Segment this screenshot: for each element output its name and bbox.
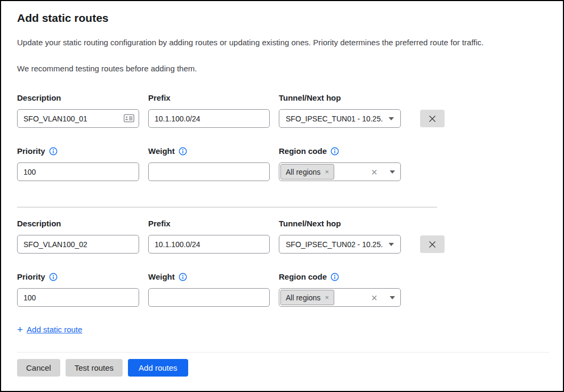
tunnel-field-2: Tunnel/Next hop SFO_IPSEC_TUN02 - 10.25.… [279,218,401,254]
description-label: Description [17,93,139,103]
tunnel-field-1: Tunnel/Next hop SFO_IPSEC_TUN01 - 10.25.… [279,93,401,128]
plus-icon: + [17,324,23,334]
weight-field-1: Weight [148,146,270,181]
tunnel-select[interactable]: SFO_IPSEC_TUN01 - 10.25... [279,109,401,128]
weight-input[interactable] [148,162,270,181]
description-field-2: Description [17,218,139,254]
description-input[interactable] [17,235,139,254]
add-static-routes-dialog: Add static routes Update your static rou… [0,0,564,392]
description-field-1: Description [17,93,139,128]
clear-selection-icon[interactable]: × [371,167,377,177]
region-code-label: Region code [279,146,327,157]
route-block-2: Description Prefix Tunnel/Next hop SFO_I… [17,218,547,307]
prefix-input[interactable] [148,235,270,254]
cancel-button[interactable]: Cancel [17,359,60,377]
priority-label: Priority [17,146,45,157]
priority-field-1: Priority [17,146,139,181]
route-block-1: Description [17,93,547,181]
tunnel-next-hop-label: Tunnel/Next hop [279,93,401,103]
remove-tag-icon[interactable]: × [325,294,329,301]
region-select[interactable]: All regions × × [279,288,401,307]
tunnel-next-hop-label: Tunnel/Next hop [279,218,401,229]
info-icon[interactable] [49,273,58,281]
close-icon [428,114,437,124]
tunnel-select[interactable]: SFO_IPSEC_TUN02 - 10.25... [279,235,401,254]
info-icon[interactable] [331,147,339,156]
region-select[interactable]: All regions × × [279,162,401,181]
chevron-down-icon [390,296,395,299]
dialog-footer: Cancel Test routes Add routes [17,352,549,377]
region-code-field-2: Region code All regions × [279,272,401,307]
route-divider [17,207,437,208]
add-static-route-label: Add static route [27,325,82,334]
info-icon[interactable] [331,273,339,281]
info-icon[interactable] [179,147,187,156]
region-tag-label: All regions [286,168,320,176]
page-title: Add static routes [17,11,547,26]
close-icon [428,240,437,249]
add-routes-button[interactable]: Add routes [128,359,188,377]
weight-input[interactable] [148,288,270,307]
prefix-input[interactable] [148,109,270,128]
remove-route-button[interactable] [420,110,445,127]
dialog-intro-text: Update your static routing configuration… [17,37,547,47]
info-icon[interactable] [49,147,58,156]
priority-input[interactable] [17,288,139,307]
prefix-field-1: Prefix [148,93,270,128]
region-tag-label: All regions [286,293,320,302]
region-tag: All regions × [280,164,334,179]
priority-label: Priority [17,272,45,282]
prefix-field-2: Prefix [148,218,270,254]
chevron-down-icon [389,243,394,246]
info-icon[interactable] [179,273,187,281]
region-tag: All regions × [280,290,334,305]
weight-field-2: Weight [148,272,270,307]
test-routes-button[interactable]: Test routes [66,359,123,377]
tunnel-selected-value: SFO_IPSEC_TUN02 - 10.25... [286,240,383,249]
description-label: Description [17,218,139,229]
chevron-down-icon [390,170,395,174]
prefix-label: Prefix [148,93,270,103]
weight-label: Weight [148,146,175,157]
remove-route-button[interactable] [420,235,445,253]
tunnel-selected-value: SFO_IPSEC_TUN01 - 10.25... [286,115,383,123]
chevron-down-icon [389,117,394,120]
clear-selection-icon[interactable]: × [371,292,377,303]
description-input[interactable] [17,109,139,128]
priority-input[interactable] [17,162,139,181]
contact-card-icon[interactable] [124,114,134,125]
weight-label: Weight [148,272,175,282]
dialog-recommendation-text: We recommend testing routes before addin… [17,63,547,74]
priority-field-2: Priority [17,272,139,307]
prefix-label: Prefix [148,218,270,229]
add-static-route-link[interactable]: + Add static route [17,324,82,334]
region-code-field-1: Region code All regions × [279,146,401,181]
region-code-label: Region code [279,272,327,282]
remove-tag-icon[interactable]: × [325,168,329,175]
